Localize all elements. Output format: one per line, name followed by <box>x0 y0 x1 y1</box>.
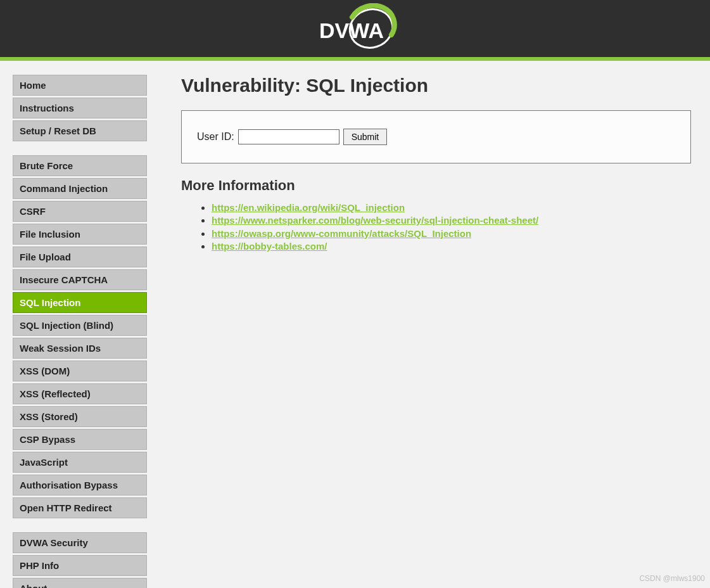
nav-group-vulns: Brute Force Command Injection CSRF File … <box>13 155 147 518</box>
nav-sql-injection-blind[interactable]: SQL Injection (Blind) <box>13 315 147 336</box>
nav-setup-reset-db[interactable]: Setup / Reset DB <box>13 120 147 141</box>
nav-csrf[interactable]: CSRF <box>13 201 147 222</box>
header-bar: DVWA <box>0 0 710 61</box>
nav-instructions[interactable]: Instructions <box>13 98 147 118</box>
main-content: Vulnerability: SQL Injection User ID: Su… <box>149 75 710 253</box>
form-panel: User ID: Submit <box>181 110 691 163</box>
info-link-owasp[interactable]: https://owasp.org/www-community/attacks/… <box>212 228 471 239</box>
watermark: CSDN @mlws1900 <box>639 574 705 583</box>
nav-javascript[interactable]: JavaScript <box>13 452 147 473</box>
logo-text: DVWA <box>319 18 384 42</box>
info-link-bobby-tables[interactable]: https://bobby-tables.com/ <box>212 241 327 252</box>
more-info-heading: More Information <box>181 177 691 194</box>
submit-button[interactable]: Submit <box>343 129 388 145</box>
nav-xss-dom[interactable]: XSS (DOM) <box>13 361 147 381</box>
nav-xss-stored[interactable]: XSS (Stored) <box>13 406 147 427</box>
nav-weak-session-ids[interactable]: Weak Session IDs <box>13 338 147 359</box>
nav-php-info[interactable]: PHP Info <box>13 555 147 576</box>
logo: DVWA <box>308 3 403 54</box>
nav-csp-bypass[interactable]: CSP Bypass <box>13 429 147 450</box>
info-link-netsparker[interactable]: https://www.netsparker.com/blog/web-secu… <box>212 215 538 226</box>
nav-sql-injection[interactable]: SQL Injection <box>13 292 147 313</box>
nav-brute-force[interactable]: Brute Force <box>13 155 147 176</box>
sidebar-nav: Home Instructions Setup / Reset DB Brute… <box>0 75 149 588</box>
nav-authorisation-bypass[interactable]: Authorisation Bypass <box>13 475 147 495</box>
nav-group-meta: DVWA Security PHP Info About <box>13 532 147 588</box>
user-id-label: User ID: <box>197 131 234 143</box>
nav-file-upload[interactable]: File Upload <box>13 246 147 267</box>
nav-xss-reflected[interactable]: XSS (Reflected) <box>13 383 147 404</box>
info-link-wikipedia[interactable]: https://en.wikipedia.org/wiki/SQL_inject… <box>212 202 405 213</box>
nav-group-main: Home Instructions Setup / Reset DB <box>13 75 147 141</box>
nav-about[interactable]: About <box>13 578 147 588</box>
nav-file-inclusion[interactable]: File Inclusion <box>13 224 147 245</box>
nav-open-http-redirect[interactable]: Open HTTP Redirect <box>13 497 147 518</box>
nav-home[interactable]: Home <box>13 75 147 96</box>
logo-swoosh-icon: DVWA <box>308 3 403 54</box>
nav-dvwa-security[interactable]: DVWA Security <box>13 532 147 553</box>
page-title: Vulnerability: SQL Injection <box>181 75 691 96</box>
more-info-links: https://en.wikipedia.org/wiki/SQL_inject… <box>181 201 691 253</box>
nav-insecure-captcha[interactable]: Insecure CAPTCHA <box>13 269 147 290</box>
user-id-input[interactable] <box>238 129 339 144</box>
nav-command-injection[interactable]: Command Injection <box>13 178 147 199</box>
